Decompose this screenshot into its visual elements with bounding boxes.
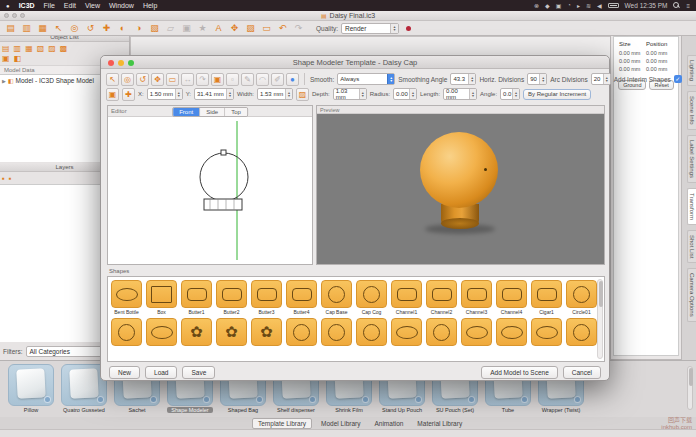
shape-tile[interactable] <box>321 318 352 347</box>
open-file-icon[interactable]: ▥ <box>20 22 33 35</box>
library-tab[interactable]: Animation <box>369 419 408 428</box>
library-tab[interactable]: Material Library <box>412 419 467 428</box>
clock-icon[interactable]: ◔ <box>567 2 571 9</box>
cylinder-icon[interactable]: ▭ <box>260 22 273 35</box>
regular-increment-button[interactable]: By Regular Increment <box>523 89 591 100</box>
angle-field[interactable]: 0.0 ▴▾ <box>500 88 520 100</box>
shape-thumbnail[interactable] <box>531 318 562 346</box>
shape-thumbnail[interactable] <box>356 280 387 308</box>
link-icon[interactable]: ▣ <box>2 54 10 63</box>
add-interim-shapes-checkbox[interactable]: ✓ <box>674 75 682 83</box>
side-tab[interactable]: Shot List <box>687 230 696 263</box>
stepper-icon[interactable]: ▴▾ <box>603 74 610 84</box>
shape-thumbnail[interactable] <box>146 280 177 308</box>
profile-canvas[interactable] <box>108 117 312 264</box>
save-button[interactable]: Save <box>182 366 215 379</box>
shape-thumbnail[interactable] <box>566 280 597 308</box>
position-value[interactable]: 0.00 mm <box>646 58 673 64</box>
library-tab[interactable]: Template Library <box>252 418 312 429</box>
menu-item[interactable]: File <box>44 2 55 9</box>
shape-thumbnail[interactable] <box>426 280 457 308</box>
template-thumbnail[interactable] <box>8 364 54 406</box>
shape-thumbnail[interactable] <box>321 318 352 346</box>
side-tab[interactable]: Transform <box>687 188 696 225</box>
cancel-button[interactable]: Cancel <box>563 366 601 379</box>
shape-tile[interactable]: Circle01 <box>566 280 597 315</box>
shape-tile[interactable] <box>216 318 247 347</box>
side-tab[interactable]: Label Settings <box>687 135 696 183</box>
rect-tool-icon[interactable]: ▭ <box>166 73 179 86</box>
side-tab[interactable]: Scene Info <box>687 91 696 130</box>
duplicate-icon[interactable]: ▨ <box>48 44 56 53</box>
shape-thumbnail[interactable] <box>251 280 282 308</box>
shape-thumbnail[interactable] <box>286 280 317 308</box>
shape-tile[interactable]: Channel1 <box>391 280 422 315</box>
dialog-window-controls[interactable] <box>108 60 134 66</box>
pan-tool-icon[interactable]: ✥ <box>151 73 164 86</box>
stepper-icon[interactable]: ▴▾ <box>512 89 519 99</box>
shape-tile[interactable]: Channel2 <box>426 280 457 315</box>
shape-tile[interactable] <box>251 318 282 347</box>
node-tool-icon[interactable]: ▫ <box>226 73 239 86</box>
shape-thumbnail[interactable] <box>111 318 142 346</box>
mirror-tool-icon[interactable]: ↔ <box>181 73 194 86</box>
volume-icon[interactable]: ◀ <box>597 2 602 9</box>
menu-clock[interactable]: Wed 12:35 PM <box>625 2 668 9</box>
menu-item[interactable]: Help <box>143 2 157 9</box>
preview-pane[interactable]: Preview <box>316 105 605 265</box>
shape-mode-icon[interactable]: ▣ <box>106 88 119 101</box>
wifi-icon[interactable]: ≋ <box>586 2 591 9</box>
position-value[interactable]: 0.00 mm <box>646 66 673 72</box>
shape-tile[interactable] <box>286 318 317 347</box>
shapes-scrollbar[interactable] <box>597 279 603 359</box>
shape-tile[interactable]: Channel4 <box>496 280 527 315</box>
orbit-icon[interactable]: ↺ <box>84 22 97 35</box>
shape-tile[interactable]: Cigar1 <box>531 280 562 315</box>
shape-tile[interactable]: Channel3 <box>461 280 492 315</box>
shape-tile[interactable]: Butter1 <box>181 280 212 315</box>
shape-tile[interactable]: Bent Bottle <box>111 280 142 315</box>
visibility-icon[interactable]: ◧ <box>14 54 22 63</box>
text-ai-icon[interactable]: A <box>212 22 225 35</box>
shape-tile[interactable]: Cap Base <box>321 280 352 315</box>
shape-thumbnail[interactable] <box>391 280 422 308</box>
load-button[interactable]: Load <box>145 366 177 379</box>
shape-thumbnail[interactable] <box>426 318 457 346</box>
pen-tool-icon[interactable]: ✎ <box>241 73 254 86</box>
stepper-icon[interactable]: ▴▾ <box>359 89 366 99</box>
stepper-icon[interactable]: ▴▾ <box>469 89 476 99</box>
horiz-divisions-field[interactable]: 90 ▴▾ <box>527 73 547 85</box>
shape-thumbnail[interactable] <box>146 318 177 346</box>
shape-thumbnail[interactable] <box>216 280 247 308</box>
stop-icon[interactable]: ⊗ <box>534 2 539 9</box>
import-icon[interactable]: ▦ <box>25 44 33 53</box>
shape-thumbnail[interactable] <box>461 280 492 308</box>
size-value[interactable]: 0.00 mm <box>619 66 646 72</box>
spotlight-search-icon[interactable] <box>673 2 680 9</box>
group-objects-icon[interactable]: ▩ <box>60 44 68 53</box>
library-tab[interactable]: Model Library <box>316 419 365 428</box>
width-field[interactable]: 1.53 mm ▴▾ <box>257 88 293 100</box>
shape-thumbnail[interactable] <box>461 318 492 346</box>
flip-tool-icon[interactable]: ↷ <box>196 73 209 86</box>
shape-thumbnail[interactable] <box>111 280 142 308</box>
new-button[interactable]: New <box>109 366 140 379</box>
stepper-icon[interactable]: ▴▾ <box>175 89 182 99</box>
arc-divisions-field[interactable]: 20 ▴▾ <box>591 73 611 85</box>
stepper-icon[interactable]: ▴▾ <box>387 74 394 84</box>
remove-object-icon[interactable]: ▥ <box>14 44 22 53</box>
add-object-icon[interactable]: ▤ <box>2 44 10 53</box>
size-value[interactable]: 0.00 mm <box>619 50 646 56</box>
view-tab[interactable]: Side <box>200 108 225 116</box>
notification-center-icon[interactable]: ≡ <box>686 3 690 9</box>
shape-tile[interactable] <box>181 318 212 347</box>
menu-item[interactable]: Edit <box>64 2 76 9</box>
apple-menu-icon[interactable]: ● <box>6 3 10 9</box>
shape-tile[interactable] <box>496 318 527 347</box>
shade-icon[interactable]: ◐ <box>116 22 129 35</box>
fill-tool-icon[interactable]: ▣ <box>211 73 224 86</box>
arc-tool-icon[interactable]: ◠ <box>256 73 269 86</box>
template-tile[interactable]: Pillow <box>8 364 54 417</box>
stepper-icon[interactable]: ▴▾ <box>468 74 475 84</box>
shape-thumbnail[interactable] <box>321 280 352 308</box>
